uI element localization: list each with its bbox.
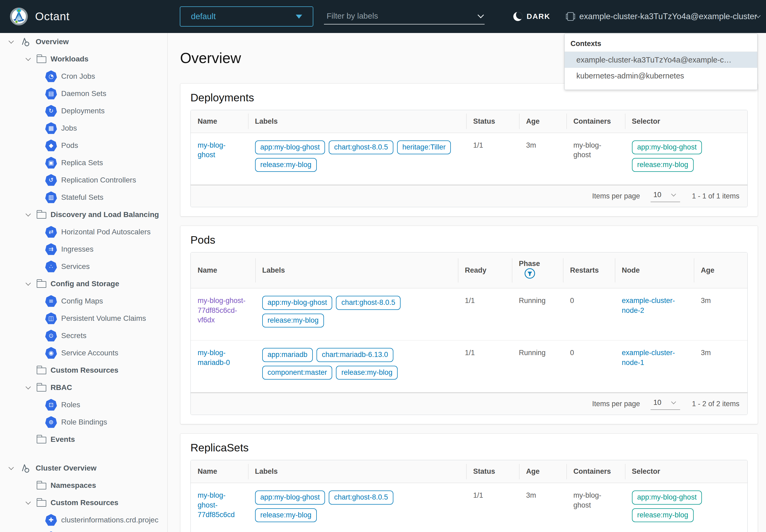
chevron-down-icon[interactable] [6,41,16,43]
cell-status: 1/1 [466,483,519,532]
sidebar-item-roles[interactable]: ⊡Roles [0,396,167,413]
pagination-footer: Items per page101 - 2 of 2 items [191,392,747,415]
table-row: my-blog-ghost-77df85c6cd-vf6dxapp:my-blo… [191,288,747,340]
name-link[interactable]: my-blog-ghost-77df85c6cd [198,491,235,519]
column-header-label: Name [198,117,217,125]
sidebar-item-cluster-overview[interactable]: Cluster Overview [0,459,167,477]
node-link[interactable]: example-cluster-node-2 [622,297,675,314]
sidebar-item-namespaces[interactable]: Namespaces [0,477,167,494]
sidebar-item-persistent-volume-claims[interactable]: ◫Persistent Volume Claims [0,310,167,327]
sidebar-item-label: Cron Jobs [61,72,95,81]
sidebar-item-rbac[interactable]: RBAC [0,379,167,396]
filter-icon[interactable] [524,268,535,281]
sidebar-item-label: Stateful Sets [61,193,103,202]
label-badge: release:my-blog [255,508,317,522]
column-header-label: Status [473,467,495,475]
datagrid: NameLabelsStatusAgeContainersSelectormy-… [190,460,748,532]
chevron-down-icon[interactable] [477,12,484,18]
chevron-down-icon[interactable] [23,502,33,504]
name-link[interactable]: my-blog-ghost [198,141,226,159]
sidebar-item-daemon-sets[interactable]: ▤Daemon Sets [0,85,167,102]
name-link[interactable]: my-blog-ghost-77df85c6cd-vf6dx [198,297,245,324]
sidebar-item-label: Role Bindings [61,418,107,426]
header-row: NameLabelsStatusAgeContainersSelector [191,460,747,483]
column-header-name: Name [191,252,255,288]
context-menu-item[interactable]: kubernetes-admin@kubernetes [565,68,757,84]
cell-value: 3m [701,349,711,357]
label-filter-input[interactable] [324,11,478,20]
sidebar-item-deployments[interactable]: ↻Deployments [0,102,167,119]
sidebar-item-pods[interactable]: ◆Pods [0,137,167,154]
sidebar-item-config-and-storage[interactable]: Config and Storage [0,275,167,292]
column-header-label: Status [473,117,495,125]
section-title: ReplicaSets [190,442,748,454]
sidebar-item-ingresses[interactable]: ⇉Ingresses [0,240,167,258]
items-per-page-select[interactable]: 10 [651,398,680,410]
cell-value: 1/1 [465,349,475,357]
chevron-down-icon[interactable] [23,386,33,389]
column-header-phase: Phase [512,252,563,288]
sidebar-item-secrets[interactable]: ⊙Secrets [0,327,167,344]
theme-toggle-button[interactable]: DARK [513,0,550,33]
selector-badge: app:my-blog-ghost [632,491,702,504]
node-link[interactable]: example-cluster-node-1 [622,349,675,366]
sidebar-item-horizontal-pod-autoscalers[interactable]: ⇄Horizontal Pod Autoscalers [0,223,167,240]
cell-ready: 1/1 [458,340,512,392]
sidebar-item-custom-resources[interactable]: Custom Resources [0,494,167,511]
sidebar-item-label: Events [51,435,75,444]
sidebar-item-label: Namespaces [51,481,96,490]
data-table: NameLabelsStatusAgeContainersSelectormy-… [191,460,747,532]
sidebar-item-jobs[interactable]: ▦Jobs [0,119,167,137]
cell-value: 1/1 [473,141,483,149]
sidebar-item-label: Custom Resources [51,498,118,507]
chevron-down-icon[interactable] [6,467,16,469]
sidebar-item-label: Overview [36,38,69,46]
k8s-resource-icon: ◆ [45,140,57,151]
label-filter[interactable] [324,8,485,24]
cell-containers: my-blog-ghost [567,483,625,532]
cell-restarts: 0 [563,288,615,340]
cell-name: my-blog-ghost [191,133,248,185]
moon-icon [513,12,522,21]
sidebar-item-label: Config Maps [61,297,103,305]
k8s-resource-icon: ◫ [45,313,57,324]
chevron-down-icon [671,399,676,404]
sidebar-item-discovery-and-load-balancing[interactable]: Discovery and Load Balancing [0,206,167,223]
sidebar-item-cron-jobs[interactable]: ◔Cron Jobs [0,68,167,85]
sidebar-item-config-maps[interactable]: ≡Config Maps [0,292,167,310]
pagination-range: 1 - 2 of 2 items [692,400,739,408]
column-header-status: Status [466,460,519,483]
sidebar-item-csidrivers-csi-storage-k8s-io[interactable]: ✚csidrivers.csi.storage.k8s.io [0,529,167,532]
chevron-down-icon[interactable] [23,58,33,60]
sidebar-item-workloads[interactable]: Workloads [0,50,167,68]
sidebar-item-overview[interactable]: Overview [0,33,167,50]
sidebar-item-custom-resources[interactable]: Custom Resources [0,361,167,379]
namespace-select[interactable]: default [180,6,313,27]
column-header-label: Age [526,467,540,475]
sidebar-item-clusterinformations-crd-projec[interactable]: ✚clusterinformations.crd.projec [0,511,167,529]
name-link[interactable]: my-blog-mariadb-0 [198,349,230,366]
selector-badge: release:my-blog [632,508,694,522]
chevron-down-icon[interactable] [23,283,33,285]
context-picker[interactable]: example-cluster-ka3TuTzYo4a@example-clus… [566,0,760,33]
cell-age: 3m [519,133,567,185]
sidebar-item-label: Horizontal Pod Autoscalers [61,228,151,236]
cell-name: my-blog-ghost-77df85c6cd [191,483,248,532]
label-badge: app:my-blog-ghost [255,140,325,154]
context-menu-item[interactable]: example-cluster-ka3TuTzYo4a@example-clus… [565,52,757,68]
chevron-down-icon[interactable] [23,214,33,216]
sidebar-item-events[interactable]: Events [0,431,167,448]
sidebar-item-role-bindings[interactable]: ⊚Role Bindings [0,413,167,431]
sidebar-item-services[interactable]: ∴Services [0,258,167,275]
column-header-label: Name [198,467,217,475]
sidebar-item-replication-controllers[interactable]: ↺Replication Controllers [0,171,167,189]
cell-labels: app:my-blog-ghostchart:ghost-8.0.5releas… [248,483,466,532]
applications-icon [20,36,31,48]
sidebar-item-replica-sets[interactable]: ▣Replica Sets [0,154,167,171]
column-header-labels: Labels [248,110,466,133]
contexts-dropdown: Contexts example-cluster-ka3TuTzYo4a@exa… [564,34,757,90]
sidebar-item-service-accounts[interactable]: ◉Service Accounts [0,344,167,361]
sidebar-item-label: Discovery and Load Balancing [51,210,159,219]
sidebar-item-stateful-sets[interactable]: ▥Stateful Sets [0,189,167,206]
items-per-page-select[interactable]: 10 [651,190,680,202]
